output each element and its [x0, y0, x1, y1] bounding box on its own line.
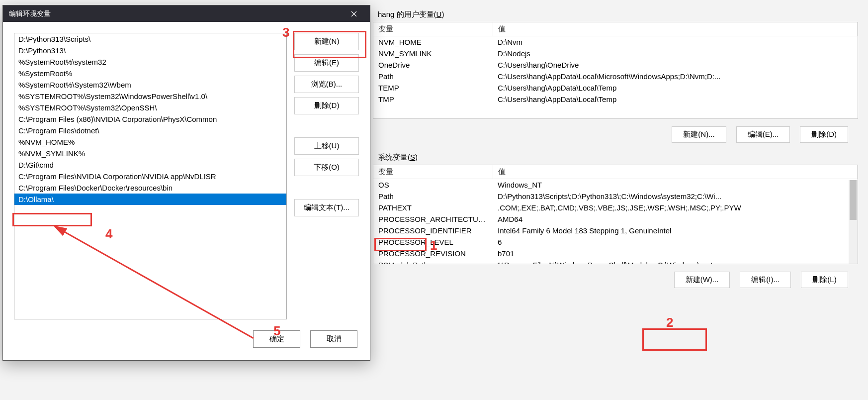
list-item[interactable]: D:\Python313\Scripts\	[14, 33, 286, 45]
var-value: 6	[493, 236, 858, 248]
table-row[interactable]: NVM_SYMLINKD:\Nodejs	[373, 48, 858, 59]
var-value: .COM;.EXE;.BAT;.CMD;.VBS;.VBE;.JS;.JSE;.…	[493, 202, 858, 213]
side-buttons: 新建(N) 编辑(E) 浏览(B)... 删除(D) 上移(U) 下移(O) 编…	[294, 33, 359, 319]
dialog-footer: 确定 取消	[3, 330, 370, 360]
sys-vars-table[interactable]: 变量 值 OSWindows_NTPathD:\Python313\Script…	[373, 165, 858, 264]
var-name: PROCESSOR_IDENTIFIER	[373, 225, 493, 236]
user-vars-table[interactable]: 变量 值 NVM_HOMED:\NvmNVM_SYMLINKD:\NodejsO…	[373, 22, 858, 119]
table-row[interactable]: PathC:\Users\hang\AppData\Local\Microsof…	[373, 71, 858, 82]
var-value: Windows_NT	[493, 179, 858, 191]
scrollbar-thumb[interactable]	[850, 180, 857, 220]
table-row[interactable]: PROCESSOR_ARCHITECTUREAMD64	[373, 213, 858, 225]
var-value: %ProgramFiles%\WindowsPowerShell\Modules…	[493, 259, 858, 264]
table-row[interactable]: TEMPC:\Users\hang\AppData\Local\Temp	[373, 82, 858, 94]
edit-env-var-dialog: 编辑环境变量 D:\Python313\Scripts\D:\Python313…	[2, 5, 370, 361]
var-name: TMP	[373, 94, 493, 105]
var-value: C:\Users\hang\AppData\Local\Temp	[493, 94, 858, 105]
table-row[interactable]: PROCESSOR_LEVEL6	[373, 236, 858, 248]
var-value: D:\Nodejs	[493, 48, 858, 59]
list-item[interactable]: %NVM_SYMLINK%	[14, 148, 286, 159]
var-name: Path	[373, 191, 493, 202]
edit-text-button[interactable]: 编辑文本(T)...	[294, 199, 359, 216]
table-row[interactable]: PROCESSOR_IDENTIFIERIntel64 Family 6 Mod…	[373, 225, 858, 236]
var-value: C:\Users\hang\AppData\Local\Temp	[493, 82, 858, 94]
dialog-title: 编辑环境变量	[9, 9, 51, 18]
list-item[interactable]: C:\Program Files\Docker\Docker\resources…	[14, 182, 286, 194]
delete-button[interactable]: 删除(D)	[294, 97, 359, 114]
path-list[interactable]: D:\Python313\Scripts\D:\Python313\%Syste…	[14, 33, 287, 319]
col-value[interactable]: 值	[493, 165, 858, 179]
table-row[interactable]: PathD:\Python313\Scripts\;D:\Python313\;…	[373, 191, 858, 202]
env-vars-window: hang 的用户变量(U) 变量 值 NVM_HOMED:\NvmNVM_SYM…	[368, 0, 868, 400]
user-vars-label: hang 的用户变量(U)	[378, 10, 858, 19]
titlebar[interactable]: 编辑环境变量	[3, 5, 370, 22]
var-name: NVM_SYMLINK	[373, 48, 493, 59]
cancel-button[interactable]: 取消	[310, 330, 357, 348]
table-row[interactable]: PATHEXT.COM;.EXE;.BAT;.CMD;.VBS;.VBE;.JS…	[373, 202, 858, 213]
var-value: D:\Nvm	[493, 36, 858, 48]
var-name: NVM_HOME	[373, 36, 493, 48]
move-up-button[interactable]: 上移(U)	[294, 137, 359, 155]
list-item[interactable]: %SYSTEMROOT%\System32\OpenSSH\	[14, 102, 286, 113]
var-name: PROCESSOR_LEVEL	[373, 236, 493, 248]
var-value: D:\Python313\Scripts\;D:\Python313\;C:\W…	[493, 191, 858, 202]
table-row[interactable]: TMPC:\Users\hang\AppData\Local\Temp	[373, 94, 858, 105]
list-item[interactable]: C:\Program Files (x86)\NVIDIA Corporatio…	[14, 113, 286, 125]
var-name: PROCESSOR_REVISION	[373, 248, 493, 259]
list-item[interactable]: %SystemRoot%\System32\Wbem	[14, 79, 286, 91]
edit-button[interactable]: 编辑(E)	[294, 54, 359, 72]
list-item[interactable]: D:\Ollama\	[14, 194, 286, 205]
list-item[interactable]: D:\Python313\	[14, 45, 286, 56]
list-item[interactable]: D:\Git\cmd	[14, 159, 286, 171]
ok-button[interactable]: 确定	[253, 330, 300, 348]
sys-vars-buttons: 新建(W)... 编辑(I)... 删除(L)	[373, 272, 848, 288]
list-item[interactable]: %SYSTEMROOT%\System32\WindowsPowerShell\…	[14, 91, 286, 102]
user-delete-button[interactable]: 删除(D)	[800, 126, 848, 143]
var-value: AMD64	[493, 213, 858, 225]
sys-vars-label: 系统变量(S)	[378, 153, 858, 162]
var-value: C:\Users\hang\AppData\Local\Microsoft\Wi…	[493, 71, 858, 82]
list-item[interactable]: %SystemRoot%\system32	[14, 56, 286, 68]
table-row[interactable]: NVM_HOMED:\Nvm	[373, 36, 858, 48]
col-variable[interactable]: 变量	[373, 22, 493, 36]
close-button[interactable]	[344, 5, 364, 22]
user-new-button[interactable]: 新建(N)...	[672, 126, 726, 143]
list-item[interactable]: C:\Program Files\dotnet\	[14, 125, 286, 136]
var-value: Intel64 Family 6 Model 183 Stepping 1, G…	[493, 225, 858, 236]
var-name: TEMP	[373, 82, 493, 94]
sys-edit-button[interactable]: 编辑(I)...	[740, 272, 791, 288]
sys-delete-button[interactable]: 删除(L)	[801, 272, 848, 288]
list-item[interactable]: %SystemRoot%	[14, 68, 286, 79]
close-icon	[351, 11, 357, 17]
table-row[interactable]: OSWindows_NT	[373, 179, 858, 191]
var-name: OS	[373, 179, 493, 191]
var-name: Path	[373, 71, 493, 82]
var-value: C:\Users\hang\OneDrive	[493, 59, 858, 71]
var-value: b701	[493, 248, 858, 259]
list-item[interactable]: %NVM_HOME%	[14, 136, 286, 148]
new-button[interactable]: 新建(N)	[294, 33, 359, 50]
var-name: PATHEXT	[373, 202, 493, 213]
sys-new-button[interactable]: 新建(W)...	[674, 272, 730, 288]
var-name: PSModulePath	[373, 259, 493, 264]
browse-button[interactable]: 浏览(B)...	[294, 76, 359, 93]
move-down-button[interactable]: 下移(O)	[294, 159, 359, 176]
user-vars-buttons: 新建(N)... 编辑(E)... 删除(D)	[373, 126, 848, 143]
table-row[interactable]: OneDriveC:\Users\hang\OneDrive	[373, 59, 858, 71]
table-row[interactable]: PROCESSOR_REVISIONb701	[373, 248, 858, 259]
table-row[interactable]: PSModulePath%ProgramFiles%\WindowsPowerS…	[373, 259, 858, 264]
list-item[interactable]: C:\Program Files\NVIDIA Corporation\NVID…	[14, 171, 286, 182]
var-name: OneDrive	[373, 59, 493, 71]
user-edit-button[interactable]: 编辑(E)...	[736, 126, 790, 143]
col-value[interactable]: 值	[493, 22, 858, 36]
var-name: PROCESSOR_ARCHITECTURE	[373, 213, 493, 225]
col-variable[interactable]: 变量	[373, 165, 493, 179]
